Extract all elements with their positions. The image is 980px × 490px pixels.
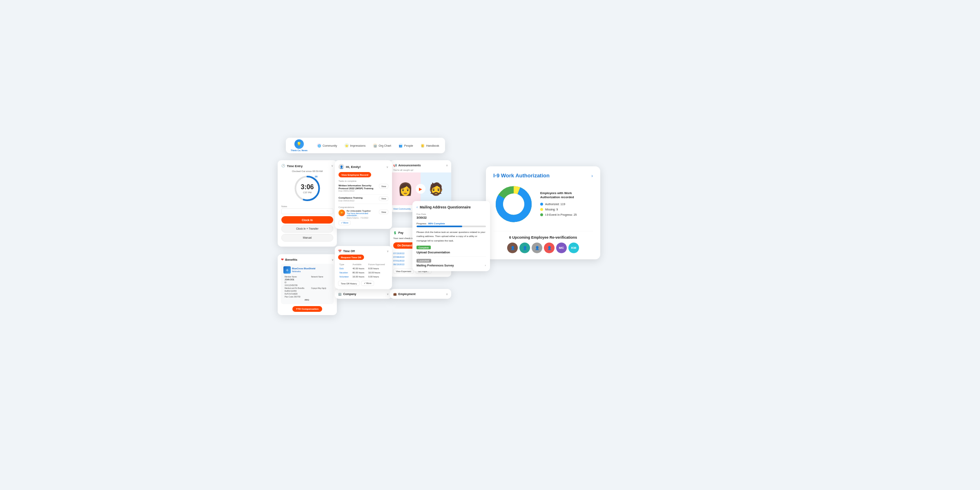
timeoff-row-vacation: Vacation 80.00 hours 16.00 hours (339, 271, 388, 274)
benefits-card: ❤ Benefits ∨ ✛ BlueCross BlueShield Nebr… (278, 254, 337, 315)
time-off-header: 📅 Time Off ∨ (338, 249, 389, 253)
time-entry-header: 🕐 Time Entry ∨ (281, 164, 333, 168)
view-employee-record-button[interactable]: View Employee Record (339, 172, 371, 177)
i9-content: Employees with WorkAuthorization recorde… (493, 184, 593, 226)
logo-text: Think Co. News (291, 149, 307, 152)
progress-bar-fill (416, 226, 462, 227)
i9-reverification-label: 6 Upcoming Employee Re-verifications (493, 235, 593, 240)
play-button[interactable]: ▶ (416, 184, 425, 194)
legend-missing: Missing: 9 (540, 208, 577, 211)
nav-item-impressions[interactable]: ⭐ Impressions (341, 142, 368, 150)
company-chevron[interactable]: ∨ (387, 292, 389, 295)
nav-item-people[interactable]: 👥 People (396, 142, 416, 150)
task-view-button-2[interactable]: View (379, 197, 388, 201)
view-expenses-button[interactable]: View Expenses (393, 269, 414, 274)
timeoff-row-sick: Sick 40.00 hours 8.00 hours (339, 266, 388, 270)
congrats-label: Congratulations (339, 206, 388, 208)
i9-right: Employees with WorkAuthorization recorde… (540, 191, 577, 219)
task-name-1: Written Information Security Protocol 20… (339, 184, 379, 190)
employment-title: 💼 Employment (393, 292, 416, 295)
nav-item-handbook[interactable]: 📒 Handbook (418, 142, 442, 150)
orgchart-icon: 🏢 (373, 143, 377, 148)
task-view-button-1[interactable]: View (379, 184, 388, 188)
clock-number: 26 (315, 175, 318, 178)
back-button[interactable]: ‹ (416, 205, 418, 210)
complete-badge: Complete (416, 246, 431, 249)
time-off-title: 📅 Time Off (338, 249, 355, 253)
progress-pct: 66% Complete (428, 222, 445, 225)
svg-point-6 (503, 194, 524, 215)
reverif-avatar-km: KM (568, 243, 579, 253)
clock-time-main: 3:06 (301, 183, 314, 191)
benefits-title: ❤ Benefits (281, 257, 297, 262)
tasks-label: Tasks to complete (339, 180, 388, 182)
donut-chart (493, 184, 534, 226)
reverif-avatar-4: 👤 (544, 243, 555, 253)
divider (416, 257, 486, 257)
launched-badge: Launched (416, 259, 431, 263)
task-due-2: Due 06/03/2022 (339, 199, 379, 202)
task-due-1: Due 06/01/2022 (339, 190, 379, 192)
mailing-card: ‹ Mailing Address Questionnaire Due Date… (412, 201, 490, 271)
announce-chevron[interactable]: ∨ (446, 163, 448, 167)
progress-bar-background (416, 226, 486, 227)
clock-time-display: 3:06 CST PM (301, 183, 314, 194)
nav-item-community[interactable]: 🌐 Community (314, 142, 340, 150)
time-off-chevron[interactable]: ∨ (387, 249, 389, 253)
company-card: 🏢 Company ∨ (335, 289, 392, 299)
emily-chevron[interactable]: ∨ (386, 165, 388, 168)
people-icon: 👥 (399, 143, 403, 148)
congrats-avatar: 🏆 (339, 210, 345, 216)
clock-in-button[interactable]: Clock In (281, 216, 333, 224)
progress-label: Progress 66% Complete (416, 222, 486, 225)
timeoff-row-volunteer: Volunteer 16.00 hours 0.00 hours (339, 275, 388, 278)
benefits-chevron[interactable]: ∨ (332, 258, 334, 261)
time-off-more-button[interactable]: ✓ More (361, 281, 374, 286)
employment-card: 💼 Employment ∨ (390, 289, 451, 299)
manual-button[interactable]: Manual (281, 234, 333, 242)
emily-greeting: 👤 Hi, Emily! (339, 164, 361, 170)
insurance-card: ✛ BlueCross BlueShield Nebraska Member N… (281, 264, 334, 304)
progress-field: Progress 66% Complete (416, 222, 486, 227)
reverif-avatar-1: 👤 (507, 243, 518, 253)
notes-input[interactable] (281, 208, 333, 214)
request-time-off-button[interactable]: Request Time Off (338, 255, 364, 260)
employment-chevron[interactable]: ∨ (446, 292, 448, 295)
task-info-1: Written Information Security Protocol 20… (339, 184, 379, 192)
congrats-view-button[interactable]: View (379, 210, 388, 214)
time-off-card: 📅 Time Off ∨ Request Time Off Type Avail… (335, 246, 392, 289)
time-off-history-button[interactable]: Time Off History (338, 281, 359, 286)
more-button[interactable]: ✓ More (339, 221, 351, 226)
clock-timezone: CST PM (301, 191, 314, 194)
i9-title: I-9 Work Authorization (493, 172, 550, 179)
legend-in-progress: I-9 Event In Progress: 25 (540, 213, 577, 217)
clock-icon: 🕐 (281, 164, 285, 168)
time-entry-chevron[interactable]: ∨ (331, 164, 333, 168)
i9-legend: Authorized: 119 Missing: 9 I-9 Event In … (540, 203, 577, 217)
clock-status: Clocked Out since 08:59 AM (281, 170, 333, 172)
community-icon: 🌐 (317, 143, 321, 148)
logo-icon: 💡 (294, 139, 304, 149)
ytd-compensation-button[interactable]: YTD Compensation (292, 306, 322, 312)
logo-area: 💡 Think Co. News (290, 139, 308, 152)
task-name-2: Compliance Training (339, 197, 379, 199)
survey-row[interactable]: Mailing Preferences Survey › (416, 264, 486, 267)
i9-card: I-9 Work Authorization › Em (486, 166, 600, 260)
time-entry-card: 🕐 Time Entry ∨ Clocked Out since 08:59 A… (278, 160, 337, 247)
clock-transfer-button[interactable]: Clock In + Transfer (281, 225, 333, 233)
i9-divider (493, 231, 593, 232)
congrats-info: Be Unbeatable Together You have demonstr… (347, 210, 377, 219)
bcbs-emblem: ✛ (283, 266, 291, 274)
company-icon: 🏢 (338, 292, 342, 295)
mailing-description: Please click the below task an answer qu… (416, 230, 486, 243)
bcbs-logo: ✛ BlueCross BlueShield Nebraska (283, 266, 331, 274)
nav-item-orgchart[interactable]: 🏢 Org Chart (370, 142, 394, 150)
announce-icon: 📢 (393, 163, 397, 167)
i9-chevron[interactable]: › (591, 173, 593, 178)
due-date-value: 3/30/22 (416, 216, 486, 219)
reverif-avatar-3: 👤 (532, 243, 542, 253)
insurer-name: BlueCross BlueShield (292, 267, 315, 270)
congrats-desc: You have demonstrated unbeatable... (347, 212, 377, 217)
complete-section: Complete (416, 246, 486, 251)
reverif-avatar-mc: MC (556, 243, 567, 253)
